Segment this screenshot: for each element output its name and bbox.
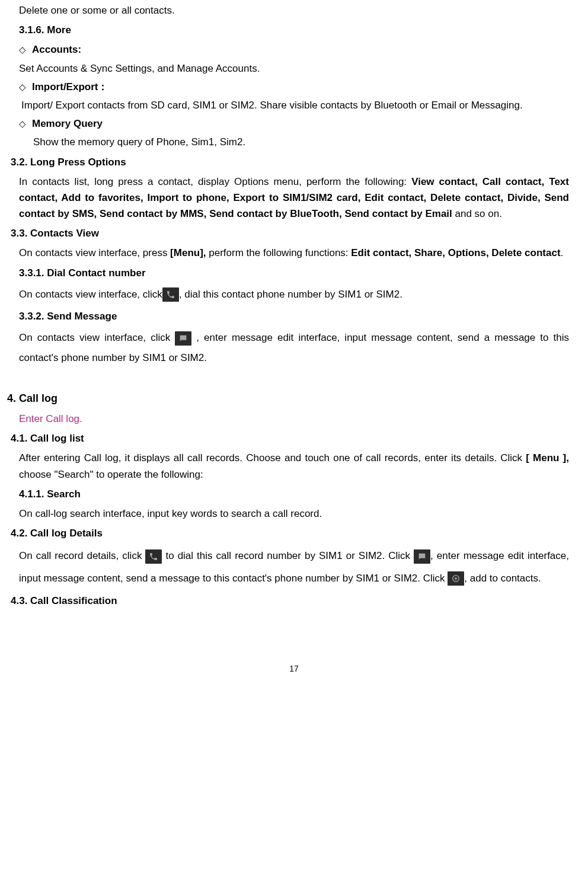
- longpress-body: In contacts list, long press a contact, …: [19, 174, 569, 222]
- send-message-body: On contacts view interface, click , ente…: [19, 328, 569, 368]
- heading-4-2: 4.2. Call log Details: [11, 525, 569, 541]
- memory-query-label: Memory Query: [32, 116, 103, 132]
- cld-pre: On call record details, click: [19, 550, 145, 561]
- phone-icon: [145, 549, 162, 564]
- heading-3-2: 3.2. Long Press Options: [11, 154, 569, 170]
- message-icon: [175, 331, 191, 346]
- heading-4: 4. Call log: [7, 390, 569, 407]
- cld-mid1: to dial this call record number by SIM1 …: [165, 550, 414, 561]
- heading-3-3-1: 3.3.1. Dial Contact number: [19, 265, 569, 281]
- bullet-memory-query: ◇ Memory Query: [19, 116, 569, 132]
- call-log-details-body: On call record details, click to dial th…: [19, 545, 569, 589]
- enter-call-log-text: Enter Call log.: [19, 413, 82, 424]
- cll-post: choose "Search" to operate the following…: [19, 469, 203, 480]
- cv-pre: On contacts view interface, press: [19, 247, 170, 258]
- bullet-accounts: ◇ Accounts:: [19, 41, 569, 57]
- cv-bold: Edit contact, Share, Options, Delete con…: [351, 247, 560, 258]
- phone-icon: [162, 287, 179, 302]
- cll-menu: [ Menu ],: [526, 452, 569, 464]
- search-body: On call-log search interface, input key …: [19, 506, 569, 522]
- heading-3-1-6: 3.1.6. More: [19, 22, 569, 38]
- diamond-icon: ◇: [19, 43, 26, 57]
- dial-post: , dial this contact phone number by SIM1…: [179, 289, 402, 300]
- longpress-pre: In contacts list, long press a contact, …: [19, 176, 411, 187]
- heading-4-1-1: 4.1.1. Search: [19, 486, 569, 502]
- memory-query-body: Show the memory query of Phone, Sim1, Si…: [33, 134, 569, 150]
- cv-menu: [Menu],: [170, 247, 206, 258]
- bullet-import-export: ◇ Import/Export：: [19, 79, 569, 95]
- diamond-icon: ◇: [19, 80, 26, 94]
- cll-pre: After entering Call log, it displays all…: [19, 452, 526, 464]
- message-icon: [414, 549, 430, 564]
- import-export-label: Import/Export：: [32, 79, 108, 95]
- dial-contact-body: On contacts view interface, click, dial …: [19, 285, 569, 305]
- add-icon: [448, 571, 464, 586]
- dial-pre: On contacts view interface, click: [19, 289, 162, 300]
- cv-post: .: [561, 247, 564, 258]
- heading-4-3: 4.3. Call Classification: [11, 593, 569, 609]
- contacts-view-body: On contacts view interface, press [Menu]…: [19, 245, 569, 261]
- call-log-list-body: After entering Call log, it displays all…: [19, 450, 569, 482]
- page-number: 17: [19, 662, 569, 675]
- diamond-icon: ◇: [19, 117, 26, 131]
- import-export-body: Import/ Export contacts from SD card, SI…: [21, 97, 569, 113]
- heading-3-3: 3.3. Contacts View: [11, 225, 569, 241]
- enter-call-log: Enter Call log.: [19, 411, 569, 427]
- longpress-post: and so on.: [452, 208, 502, 219]
- delete-contacts-text: Delete one or some or all contacts.: [19, 2, 569, 18]
- cld-post: , add to contacts.: [464, 573, 541, 584]
- accounts-body: Set Accounts & Sync Settings, and Manage…: [19, 60, 569, 76]
- sm-pre: On contacts view interface, click: [19, 332, 175, 343]
- heading-4-1: 4.1. Call log list: [11, 430, 569, 446]
- heading-3-3-2: 3.3.2. Send Message: [19, 308, 569, 324]
- accounts-label: Accounts:: [32, 41, 81, 57]
- cv-mid: perform the following functions:: [206, 247, 351, 258]
